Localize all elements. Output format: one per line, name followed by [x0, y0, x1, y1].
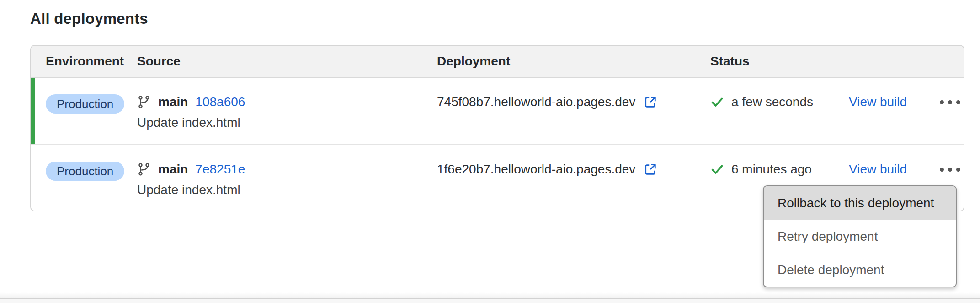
current-deployment-indicator — [31, 78, 35, 144]
check-icon — [710, 95, 724, 109]
deployment-url: 1f6e20b7.helloworld-aio.pages.dev — [437, 162, 635, 177]
external-link-icon[interactable] — [644, 95, 657, 109]
view-build-link[interactable]: View build — [849, 162, 907, 176]
external-link-icon[interactable] — [644, 162, 657, 176]
status-text: a few seconds — [731, 94, 813, 110]
page-title: All deployments — [30, 10, 148, 27]
ellipsis-icon — [940, 168, 944, 172]
section-divider — [0, 292, 980, 298]
environment-badge: Production — [46, 94, 124, 114]
table-header-row: Environment Source Deployment Status — [31, 46, 964, 78]
commit-link[interactable]: 108a606 — [195, 94, 245, 110]
status-text: 6 minutes ago — [731, 162, 812, 177]
commit-message: Update index.html — [137, 115, 437, 130]
menu-item-rollback[interactable]: Rollback to this deployment — [764, 186, 956, 220]
environment-cell: Production — [46, 94, 137, 144]
table-row: Production main 108a606 Update index.htm… — [31, 78, 964, 144]
deployment-cell: 1f6e20b7.helloworld-aio.pages.dev — [437, 162, 710, 211]
branch-name: main — [158, 94, 188, 110]
deployment-cell: 745f08b7.helloworld-aio.pages.dev — [437, 94, 710, 144]
row-actions-cell — [938, 94, 962, 144]
branch-name: main — [158, 162, 188, 177]
deployment-context-menu: Rollback to this deployment Retry deploy… — [763, 185, 957, 287]
git-branch-icon — [137, 162, 151, 176]
commit-link[interactable]: 7e8251e — [195, 162, 245, 177]
menu-item-retry[interactable]: Retry deployment — [764, 220, 956, 253]
git-branch-icon — [137, 95, 151, 109]
row-menu-button[interactable] — [938, 94, 962, 110]
column-header-source: Source — [137, 54, 437, 69]
column-header-deployment: Deployment — [437, 54, 710, 69]
menu-item-delete[interactable]: Delete deployment — [764, 253, 956, 287]
check-icon — [710, 162, 724, 176]
source-cell: main 7e8251e Update index.html — [137, 162, 437, 211]
environment-badge: Production — [46, 162, 124, 181]
row-menu-button[interactable] — [938, 162, 962, 177]
view-build-link[interactable]: View build — [849, 95, 907, 109]
source-cell: main 108a606 Update index.html — [137, 94, 437, 144]
ellipsis-icon — [940, 100, 944, 104]
status-cell: a few seconds — [710, 94, 849, 144]
column-header-environment: Environment — [46, 54, 137, 69]
environment-cell: Production — [46, 162, 137, 211]
next-section-edge — [0, 299, 980, 303]
column-header-status: Status — [710, 54, 849, 69]
view-build-cell: View build — [849, 94, 938, 144]
commit-message: Update index.html — [137, 183, 437, 197]
deployment-url: 745f08b7.helloworld-aio.pages.dev — [437, 94, 635, 110]
